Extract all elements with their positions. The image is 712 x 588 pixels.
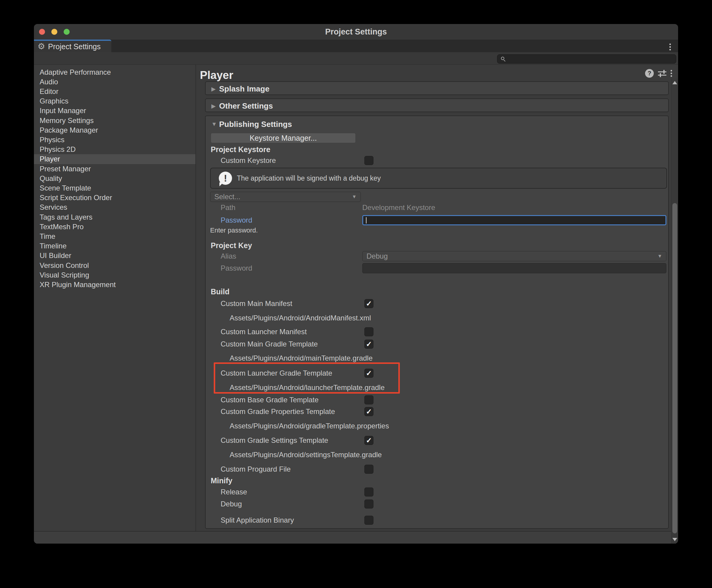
- sidebar-item-tags-and-layers[interactable]: Tags and Layers: [34, 212, 196, 222]
- sidebar-item-label: Tags and Layers: [40, 213, 93, 222]
- sidebar-item-editor[interactable]: Editor: [34, 86, 196, 96]
- checkbox-custom-gradle-settings-template[interactable]: ✓: [364, 436, 373, 445]
- sidebar-item-player[interactable]: Player: [34, 154, 196, 164]
- sidebar-item-label: Audio: [40, 78, 58, 86]
- vertical-scrollbar[interactable]: [671, 79, 678, 544]
- scrollbar-thumb[interactable]: [672, 203, 677, 533]
- help-icon[interactable]: ?: [645, 69, 654, 78]
- sidebar-item-quality[interactable]: Quality: [34, 173, 196, 183]
- sidebar-item-timeline[interactable]: Timeline: [34, 241, 196, 251]
- warning-help-box: !The application will be signed with a d…: [210, 168, 667, 189]
- sidebar-item-xr-plugin-management[interactable]: XR Plugin Management: [34, 279, 196, 290]
- kebab-icon: [671, 70, 672, 71]
- sidebar-item-label: Services: [40, 203, 67, 211]
- field-label-path: Path: [221, 204, 235, 212]
- key-password-input[interactable]: [362, 263, 666, 273]
- checkbox-split-application-binary[interactable]: [364, 516, 373, 525]
- sidebar-item-graphics[interactable]: Graphics: [34, 96, 196, 106]
- sidebar-item-label: Version Control: [40, 261, 89, 270]
- row-assets-plugins-android-maintemplate-gradle: Assets/Plugins/Android/mainTemplate.grad…: [206, 353, 668, 363]
- checkbox-label: Release: [221, 488, 247, 496]
- group-heading-project-keystore: Project Keystore: [211, 145, 270, 154]
- password-link-label[interactable]: Password: [221, 216, 252, 225]
- row-custom-launcher-gradle-template: Custom Launcher Gradle Template✓: [206, 368, 668, 378]
- checkbox-custom-base-gradle-template[interactable]: [364, 395, 373, 404]
- settings-category-list: Adaptive PerformanceAudioEditorGraphicsI…: [34, 65, 196, 544]
- checkmark-icon: ✓: [366, 369, 372, 377]
- sidebar-item-label: Quality: [40, 174, 62, 183]
- file-path-text: Assets/Plugins/Android/AndroidManifest.x…: [230, 314, 371, 322]
- row-path: PathDevelopment Keystore: [206, 203, 668, 213]
- checkmark-icon: ✓: [366, 436, 372, 444]
- title-bar[interactable]: Project Settings: [34, 24, 678, 40]
- sidebar-item-time[interactable]: Time: [34, 231, 196, 241]
- sidebar-item-visual-scripting[interactable]: Visual Scripting: [34, 270, 196, 280]
- section-header-splash-image[interactable]: ▶ Splash Image: [206, 82, 668, 96]
- keystore-select-dropdown[interactable]: Select...▼: [210, 192, 361, 202]
- sidebar-item-label: TextMesh Pro: [40, 223, 84, 231]
- sidebar-item-ui-builder[interactable]: UI Builder: [34, 251, 196, 261]
- file-path-text: Assets/Plugins/Android/settingsTemplate.…: [230, 450, 382, 459]
- checkbox-label: Split Application Binary: [221, 516, 294, 524]
- sidebar-item-input-manager[interactable]: Input Manager: [34, 106, 196, 116]
- sidebar-item-label: Package Manager: [40, 126, 98, 134]
- section-header-publishing-settings[interactable]: ▼ Publishing Settings: [206, 116, 668, 132]
- row-debug: Debug: [206, 499, 668, 509]
- row-custom-main-manifest: Custom Main Manifest✓: [206, 298, 668, 309]
- sidebar-item-scene-template[interactable]: Scene Template: [34, 183, 196, 193]
- sidebar-item-script-execution-order[interactable]: Script Execution Order: [34, 193, 196, 203]
- alias-dropdown[interactable]: Debug▼: [362, 251, 666, 261]
- checkbox-custom-launcher-manifest[interactable]: [364, 327, 373, 336]
- scroll-up-icon[interactable]: [672, 81, 677, 84]
- row-project-keystore: Project Keystore: [206, 145, 668, 154]
- tab-label: Project Settings: [48, 42, 101, 51]
- presets-icon[interactable]: [658, 69, 666, 77]
- checkbox-label: Custom Gradle Properties Template: [221, 407, 335, 416]
- checkbox-custom-launcher-gradle-template[interactable]: ✓: [364, 369, 373, 378]
- page-title: Player: [200, 69, 233, 82]
- search-input[interactable]: [497, 54, 676, 64]
- panel-header-icons: ?: [645, 69, 672, 78]
- sidebar-item-physics[interactable]: Physics: [34, 135, 196, 145]
- sidebar-item-preset-manager[interactable]: Preset Manager: [34, 164, 196, 174]
- sidebar-item-label: Visual Scripting: [40, 271, 89, 279]
- checkbox-custom-main-gradle-template[interactable]: ✓: [364, 340, 373, 349]
- checkbox-custom-keystore[interactable]: [364, 156, 373, 165]
- sidebar-item-memory-settings[interactable]: Memory Settings: [34, 115, 196, 125]
- sidebar-item-label: Editor: [40, 87, 59, 96]
- checkbox-debug[interactable]: [364, 500, 373, 508]
- sidebar-item-audio[interactable]: Audio: [34, 77, 196, 87]
- sidebar-item-label: Preset Manager: [40, 165, 91, 173]
- chevron-right-icon: ▶: [211, 103, 219, 109]
- sidebar-item-package-manager[interactable]: Package Manager: [34, 125, 196, 135]
- section-splash-image: ▶ Splash Image: [205, 81, 669, 95]
- checkbox-release[interactable]: [364, 487, 373, 497]
- tab-bar-menu-button[interactable]: [669, 43, 671, 50]
- row-enter-password: Enter password.: [206, 226, 668, 235]
- keystore-manager-button[interactable]: Keystore Manager...: [211, 133, 356, 143]
- keystore-password-input[interactable]: [362, 215, 666, 225]
- tab-project-settings[interactable]: ⚙ Project Settings: [34, 40, 111, 52]
- checkbox-label: Debug: [221, 500, 242, 508]
- sidebar-item-textmesh-pro[interactable]: TextMesh Pro: [34, 222, 196, 232]
- checkmark-icon: ✓: [366, 407, 372, 416]
- checkbox-custom-gradle-properties-template[interactable]: ✓: [364, 407, 373, 416]
- section-other-settings: ▶ Other Settings: [205, 99, 669, 112]
- scroll-down-icon[interactable]: [672, 538, 677, 541]
- sidebar-item-label: Input Manager: [40, 106, 86, 115]
- row-the-application-will-be-signed-with-a-debug-key: !The application will be signed with a d…: [206, 168, 668, 189]
- panel-more-button[interactable]: [671, 70, 672, 77]
- sidebar-item-version-control[interactable]: Version Control: [34, 260, 196, 270]
- checkbox-custom-main-manifest[interactable]: ✓: [364, 299, 373, 308]
- row-custom-launcher-manifest: Custom Launcher Manifest: [206, 327, 668, 337]
- row-project-key: Project Key: [206, 241, 668, 250]
- sidebar-item-adaptive-performance[interactable]: Adaptive Performance: [34, 67, 196, 77]
- group-heading-minify: Minify: [211, 477, 232, 485]
- sidebar-item-services[interactable]: Services: [34, 203, 196, 212]
- section-header-other-settings[interactable]: ▶ Other Settings: [206, 99, 668, 113]
- sidebar-item-physics-2d[interactable]: Physics 2D: [34, 145, 196, 154]
- row-custom-gradle-settings-template: Custom Gradle Settings Template✓: [206, 435, 668, 445]
- sidebar-item-label: Time: [40, 232, 55, 240]
- checkbox-custom-proguard-file[interactable]: [364, 465, 373, 474]
- checkbox-label: Custom Launcher Gradle Template: [221, 369, 332, 377]
